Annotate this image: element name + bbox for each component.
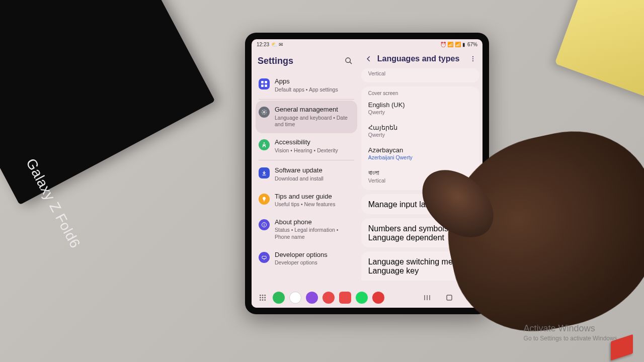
status-battery: 67% (467, 42, 477, 47)
item-sub: Qwerty (368, 109, 472, 115)
apps-icon (259, 78, 270, 89)
svg-point-15 (472, 60, 473, 61)
numbers-and-symbols-item[interactable]: Numbers and symbols Language dependent (361, 218, 479, 247)
accessibility-icon (259, 139, 270, 150)
settings-item-tips[interactable]: Tips and user guide Useful tips • New fe… (256, 188, 357, 213)
divider (259, 99, 354, 100)
dock (273, 292, 384, 304)
item-title: বাংলা (368, 169, 472, 177)
settings-item-about-phone[interactable]: About phone Status • Legal information •… (256, 213, 357, 246)
language-item-azerbaijani[interactable]: Azərbaycan Azerbaijani Qwerty (361, 142, 479, 165)
dock-app-3[interactable] (306, 292, 318, 304)
item-title: Manage input languages (368, 200, 472, 209)
truncated-top-card: Vertical (361, 68, 479, 82)
svg-line-1 (350, 62, 352, 64)
dock-app-spotify[interactable] (356, 292, 368, 304)
item-sub: Vision • Hearing • Dexterity (275, 147, 354, 154)
settings-item-general-management[interactable]: General management Language and keyboard… (256, 101, 357, 133)
nav-home[interactable] (445, 294, 453, 302)
svg-rect-11 (262, 256, 266, 258)
right-pane-title: Languages and types (377, 54, 464, 63)
item-sub: Download and install (275, 175, 354, 183)
svg-point-23 (262, 299, 264, 301)
device-frame: 12:23 ⛅ ✉ ⏰ 📶 📶 ▮ 67% Settings (245, 33, 489, 314)
settings-item-accessibility[interactable]: Accessibility Vision • Hearing • Dexteri… (256, 133, 357, 159)
item-title: Azərbaycan (368, 146, 472, 154)
general-management-icon (259, 107, 270, 118)
settings-item-apps[interactable]: Apps Default apps • App settings (256, 72, 357, 98)
svg-point-16 (260, 295, 261, 296)
divider (259, 160, 354, 160)
item-sub: Default apps • App settings (275, 86, 354, 94)
svg-point-19 (260, 297, 261, 299)
activate-line2: Go to Settings to activate Windows. (524, 335, 619, 342)
svg-rect-12 (264, 259, 265, 259)
language-item-english-uk[interactable]: English (UK) Qwerty (361, 97, 479, 120)
svg-point-24 (264, 299, 266, 301)
item-title: General management (275, 106, 354, 114)
truncated-item[interactable]: Vertical (361, 70, 479, 80)
svg-point-14 (472, 58, 473, 59)
activate-line1: Activate Windows (524, 323, 619, 334)
language-item-armenian[interactable]: Հայերեն Qwerty (361, 120, 479, 142)
settings-right-pane: Languages and types Vertical Cover scree… (360, 49, 482, 308)
item-title: Software update (275, 166, 354, 174)
dock-app-5[interactable] (339, 292, 351, 304)
settings-item-software-update[interactable]: Software update Download and install (256, 161, 357, 187)
item-sub: Language dependent (368, 233, 472, 242)
dock-app-phone[interactable] (273, 292, 285, 304)
bottom-bar (252, 288, 482, 308)
status-time: 12:23 (257, 42, 269, 47)
cover-screen-card: Cover screen English (UK) Qwerty Հայերեն… (361, 86, 479, 190)
search-icon (345, 57, 353, 65)
search-button[interactable] (342, 54, 355, 67)
item-title: Numbers and symbols (368, 224, 472, 233)
svg-point-0 (346, 58, 350, 62)
item-title: Apps (275, 77, 354, 85)
item-title: About phone (275, 218, 354, 226)
more-options-button[interactable] (467, 53, 478, 64)
item-title: English (UK) (368, 101, 472, 109)
svg-point-22 (260, 299, 261, 301)
svg-rect-3 (265, 81, 267, 83)
galaxy-fold-box-prop: Galaxy Z Fold6 (0, 0, 215, 205)
svg-point-20 (262, 297, 264, 299)
device-screen: 12:23 ⛅ ✉ ⏰ 📶 📶 ▮ 67% Settings (252, 39, 482, 308)
dock-app-7[interactable] (372, 292, 384, 304)
manage-input-languages-item[interactable]: Manage input languages (361, 194, 479, 214)
app-drawer-button[interactable] (259, 294, 267, 302)
svg-point-7 (264, 142, 265, 144)
back-button[interactable] (363, 53, 374, 64)
yellow-object-prop (554, 0, 644, 102)
item-title: Language switching method (368, 257, 472, 266)
language-item-bengali[interactable]: বাংলা Vertical (361, 165, 479, 188)
language-switching-method-item[interactable]: Language switching method Language key (361, 251, 479, 281)
item-sub: Status • Legal information • Phone name (275, 227, 354, 240)
nav-back[interactable] (467, 294, 475, 302)
svg-point-6 (264, 112, 265, 113)
activate-windows-watermark: Activate Windows Go to Settings to activ… (524, 323, 619, 342)
nav-recents[interactable] (423, 294, 431, 302)
svg-rect-2 (261, 81, 264, 83)
settings-title: Settings (258, 56, 293, 66)
software-update-icon (259, 167, 270, 178)
dock-app-messages[interactable] (289, 292, 301, 304)
item-sub: Vertical (368, 70, 472, 76)
svg-point-21 (264, 297, 266, 299)
dock-app-4[interactable] (323, 292, 335, 304)
svg-rect-4 (261, 84, 264, 87)
settings-item-developer-options[interactable]: Developer options Developer options (256, 246, 357, 272)
cover-screen-caption: Cover screen (361, 88, 479, 97)
svg-rect-28 (447, 295, 452, 300)
item-sub: Language and keyboard • Date and time (275, 115, 354, 128)
status-bar: 12:23 ⛅ ✉ ⏰ 📶 📶 ▮ 67% (252, 39, 482, 49)
item-sub: Useful tips • New features (275, 201, 354, 208)
item-sub: Vertical (368, 177, 472, 184)
item-title: Accessibility (275, 138, 354, 146)
tips-icon (259, 194, 270, 205)
svg-rect-10 (264, 223, 265, 224)
settings-left-pane: Settings Apps Default apps • App setting… (252, 49, 360, 308)
item-title: Tips and user guide (275, 193, 354, 201)
item-sub: Azerbaijani Qwerty (368, 154, 472, 160)
item-sub: Qwerty (368, 132, 472, 138)
